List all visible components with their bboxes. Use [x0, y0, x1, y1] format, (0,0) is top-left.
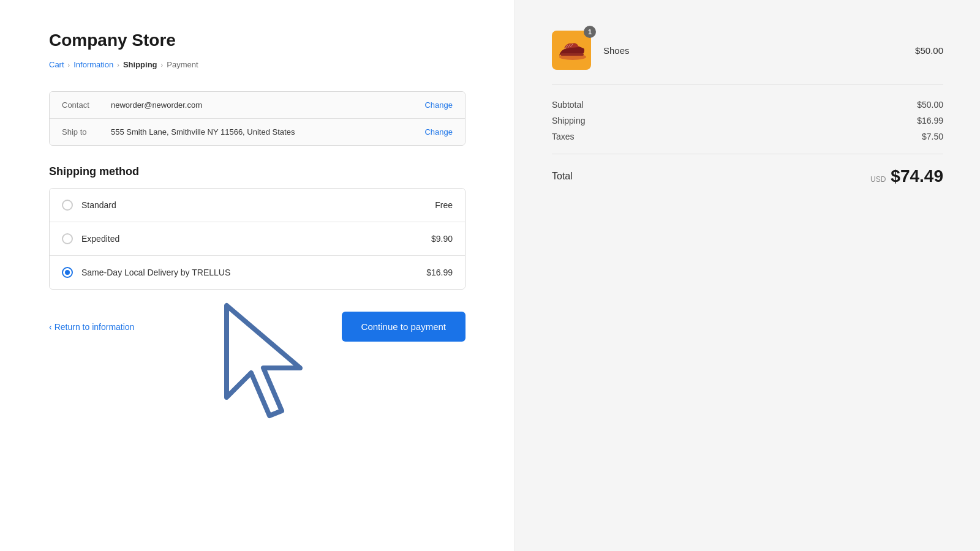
total-amount: $74.49 — [891, 167, 943, 186]
taxes-label: Taxes — [552, 132, 575, 141]
ship-to-change-link[interactable]: Change — [424, 127, 453, 137]
breadcrumb-sep-1: › — [68, 61, 70, 69]
radio-expedited[interactable] — [62, 233, 73, 244]
return-link-label: Return to information — [55, 322, 135, 332]
product-image — [552, 31, 591, 70]
continue-to-payment-button[interactable]: Continue to payment — [342, 312, 466, 342]
breadcrumb-sep-2: › — [117, 61, 119, 69]
ship-to-label: Ship to — [62, 127, 111, 137]
breadcrumb: Cart › Information › Shipping › Payment — [49, 60, 466, 69]
ship-to-row: Ship to 555 Smith Lane, Smithville NY 11… — [50, 118, 465, 145]
shipping-label-sameday: Same-Day Local Delivery by TRELLUS — [81, 268, 426, 277]
cursor-arrow-graphic — [214, 293, 325, 428]
left-panel: Company Store Cart › Information › Shipp… — [0, 0, 514, 551]
radio-sameday[interactable] — [62, 267, 73, 278]
total-currency: USD — [870, 175, 886, 184]
product-row: 1 Shoes $50.00 — [552, 31, 943, 85]
shipping-row: Shipping $16.99 — [552, 116, 943, 126]
shipping-method-title: Shipping method — [49, 165, 466, 178]
shipping-summary-label: Shipping — [552, 116, 586, 126]
product-name: Shoes — [603, 45, 903, 56]
shoe-icon — [556, 39, 587, 62]
right-panel: 1 Shoes $50.00 Subtotal $50.00 Shipping … — [514, 0, 980, 551]
breadcrumb-information[interactable]: Information — [74, 60, 113, 69]
total-label: Total — [552, 171, 573, 182]
contact-info-box: Contact neworder@neworder.com Change Shi… — [49, 91, 466, 146]
shipping-label-standard: Standard — [81, 200, 435, 210]
subtotal-label: Subtotal — [552, 100, 583, 110]
shipping-option-standard[interactable]: Standard Free — [50, 189, 465, 222]
svg-marker-0 — [227, 305, 300, 416]
total-section: Total USD $74.49 — [552, 154, 943, 186]
product-quantity-badge: 1 — [584, 26, 596, 38]
breadcrumb-sep-3: › — [161, 61, 164, 69]
chevron-left-icon: ‹ — [49, 322, 52, 332]
ship-to-value: 555 Smith Lane, Smithville NY 11566, Uni… — [111, 127, 424, 137]
contact-label: Contact — [62, 100, 111, 110]
taxes-row: Taxes $7.50 — [552, 132, 943, 141]
actions-bar: ‹ Return to information Continue to paym… — [49, 312, 466, 342]
shipping-options-list: Standard Free Expedited $9.90 Same-Day L… — [49, 188, 466, 290]
contact-row: Contact neworder@neworder.com Change — [50, 92, 465, 118]
breadcrumb-payment: Payment — [167, 60, 198, 69]
subtotal-value: $50.00 — [917, 100, 943, 110]
product-image-wrapper: 1 — [552, 31, 591, 70]
taxes-value: $7.50 — [922, 132, 943, 141]
store-title: Company Store — [49, 31, 466, 50]
shipping-price-standard: Free — [435, 200, 453, 210]
product-price: $50.00 — [915, 45, 943, 56]
shipping-option-expedited[interactable]: Expedited $9.90 — [50, 222, 465, 255]
breadcrumb-cart[interactable]: Cart — [49, 60, 64, 69]
total-right: USD $74.49 — [870, 167, 943, 186]
shipping-price-expedited: $9.90 — [431, 234, 453, 244]
subtotal-row: Subtotal $50.00 — [552, 100, 943, 110]
contact-value: neworder@neworder.com — [111, 100, 424, 110]
radio-standard[interactable] — [62, 200, 73, 211]
shipping-price-sameday: $16.99 — [426, 268, 453, 277]
shipping-summary-value: $16.99 — [917, 116, 943, 126]
svg-rect-2 — [560, 53, 584, 56]
breadcrumb-shipping: Shipping — [123, 60, 157, 69]
shipping-option-sameday[interactable]: Same-Day Local Delivery by TRELLUS $16.9… — [50, 255, 465, 289]
shipping-label-expedited: Expedited — [81, 234, 431, 244]
return-to-information-link[interactable]: ‹ Return to information — [49, 322, 134, 332]
contact-change-link[interactable]: Change — [424, 100, 453, 110]
